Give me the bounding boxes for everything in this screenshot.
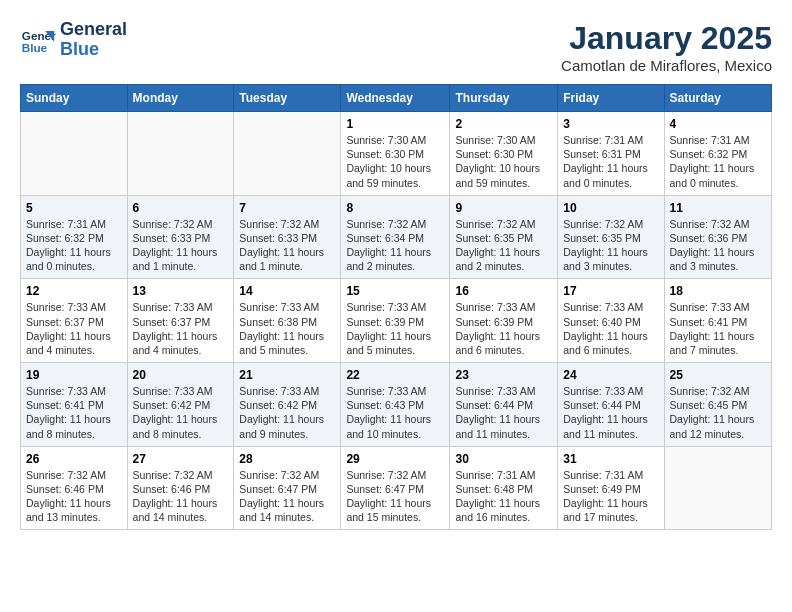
title-block: January 2025 Camotlan de Miraflores, Mex… (561, 20, 772, 74)
day-number: 7 (239, 201, 335, 215)
calendar-week-1: 1Sunrise: 7:30 AM Sunset: 6:30 PM Daylig… (21, 112, 772, 196)
day-info: Sunrise: 7:30 AM Sunset: 6:30 PM Dayligh… (455, 133, 552, 190)
day-header-saturday: Saturday (664, 85, 772, 112)
calendar-cell: 11Sunrise: 7:32 AM Sunset: 6:36 PM Dayli… (664, 195, 772, 279)
calendar-cell: 10Sunrise: 7:32 AM Sunset: 6:35 PM Dayli… (558, 195, 664, 279)
calendar-cell: 5Sunrise: 7:31 AM Sunset: 6:32 PM Daylig… (21, 195, 128, 279)
calendar-cell: 29Sunrise: 7:32 AM Sunset: 6:47 PM Dayli… (341, 446, 450, 530)
day-number: 25 (670, 368, 767, 382)
day-number: 22 (346, 368, 444, 382)
calendar-cell: 24Sunrise: 7:33 AM Sunset: 6:44 PM Dayli… (558, 363, 664, 447)
day-header-wednesday: Wednesday (341, 85, 450, 112)
calendar-cell: 4Sunrise: 7:31 AM Sunset: 6:32 PM Daylig… (664, 112, 772, 196)
calendar-cell: 13Sunrise: 7:33 AM Sunset: 6:37 PM Dayli… (127, 279, 234, 363)
day-number: 4 (670, 117, 767, 131)
logo: General Blue General Blue (20, 20, 127, 60)
calendar-cell: 8Sunrise: 7:32 AM Sunset: 6:34 PM Daylig… (341, 195, 450, 279)
logo-text: General Blue (60, 20, 127, 60)
calendar-cell: 2Sunrise: 7:30 AM Sunset: 6:30 PM Daylig… (450, 112, 558, 196)
svg-text:Blue: Blue (22, 40, 48, 53)
day-info: Sunrise: 7:33 AM Sunset: 6:39 PM Dayligh… (455, 300, 552, 357)
day-number: 1 (346, 117, 444, 131)
day-header-thursday: Thursday (450, 85, 558, 112)
day-info: Sunrise: 7:31 AM Sunset: 6:32 PM Dayligh… (670, 133, 767, 190)
day-info: Sunrise: 7:31 AM Sunset: 6:32 PM Dayligh… (26, 217, 122, 274)
calendar-cell: 17Sunrise: 7:33 AM Sunset: 6:40 PM Dayli… (558, 279, 664, 363)
calendar-cell: 9Sunrise: 7:32 AM Sunset: 6:35 PM Daylig… (450, 195, 558, 279)
calendar-week-2: 5Sunrise: 7:31 AM Sunset: 6:32 PM Daylig… (21, 195, 772, 279)
page-header: General Blue General Blue January 2025 C… (20, 20, 772, 74)
day-number: 5 (26, 201, 122, 215)
day-info: Sunrise: 7:32 AM Sunset: 6:35 PM Dayligh… (563, 217, 658, 274)
day-number: 20 (133, 368, 229, 382)
calendar-cell: 1Sunrise: 7:30 AM Sunset: 6:30 PM Daylig… (341, 112, 450, 196)
calendar-cell: 6Sunrise: 7:32 AM Sunset: 6:33 PM Daylig… (127, 195, 234, 279)
day-info: Sunrise: 7:33 AM Sunset: 6:42 PM Dayligh… (239, 384, 335, 441)
day-info: Sunrise: 7:33 AM Sunset: 6:39 PM Dayligh… (346, 300, 444, 357)
day-info: Sunrise: 7:33 AM Sunset: 6:40 PM Dayligh… (563, 300, 658, 357)
day-info: Sunrise: 7:32 AM Sunset: 6:46 PM Dayligh… (26, 468, 122, 525)
day-info: Sunrise: 7:32 AM Sunset: 6:35 PM Dayligh… (455, 217, 552, 274)
calendar-week-5: 26Sunrise: 7:32 AM Sunset: 6:46 PM Dayli… (21, 446, 772, 530)
day-number: 12 (26, 284, 122, 298)
day-info: Sunrise: 7:33 AM Sunset: 6:43 PM Dayligh… (346, 384, 444, 441)
day-number: 9 (455, 201, 552, 215)
calendar-cell: 25Sunrise: 7:32 AM Sunset: 6:45 PM Dayli… (664, 363, 772, 447)
day-info: Sunrise: 7:33 AM Sunset: 6:38 PM Dayligh… (239, 300, 335, 357)
day-number: 15 (346, 284, 444, 298)
day-header-monday: Monday (127, 85, 234, 112)
day-number: 14 (239, 284, 335, 298)
day-header-sunday: Sunday (21, 85, 128, 112)
day-number: 21 (239, 368, 335, 382)
calendar-cell (21, 112, 128, 196)
day-number: 13 (133, 284, 229, 298)
calendar-cell: 26Sunrise: 7:32 AM Sunset: 6:46 PM Dayli… (21, 446, 128, 530)
calendar-cell: 20Sunrise: 7:33 AM Sunset: 6:42 PM Dayli… (127, 363, 234, 447)
day-number: 26 (26, 452, 122, 466)
calendar-cell: 15Sunrise: 7:33 AM Sunset: 6:39 PM Dayli… (341, 279, 450, 363)
calendar-cell (664, 446, 772, 530)
day-number: 6 (133, 201, 229, 215)
day-info: Sunrise: 7:33 AM Sunset: 6:44 PM Dayligh… (455, 384, 552, 441)
calendar-week-3: 12Sunrise: 7:33 AM Sunset: 6:37 PM Dayli… (21, 279, 772, 363)
day-number: 10 (563, 201, 658, 215)
day-info: Sunrise: 7:31 AM Sunset: 6:48 PM Dayligh… (455, 468, 552, 525)
day-number: 31 (563, 452, 658, 466)
calendar-cell: 3Sunrise: 7:31 AM Sunset: 6:31 PM Daylig… (558, 112, 664, 196)
day-number: 27 (133, 452, 229, 466)
calendar-cell (127, 112, 234, 196)
calendar-week-4: 19Sunrise: 7:33 AM Sunset: 6:41 PM Dayli… (21, 363, 772, 447)
day-number: 11 (670, 201, 767, 215)
location: Camotlan de Miraflores, Mexico (561, 57, 772, 74)
day-info: Sunrise: 7:33 AM Sunset: 6:41 PM Dayligh… (670, 300, 767, 357)
day-number: 23 (455, 368, 552, 382)
day-number: 19 (26, 368, 122, 382)
day-info: Sunrise: 7:30 AM Sunset: 6:30 PM Dayligh… (346, 133, 444, 190)
day-number: 2 (455, 117, 552, 131)
logo-icon: General Blue (20, 22, 56, 58)
day-number: 18 (670, 284, 767, 298)
calendar-table: SundayMondayTuesdayWednesdayThursdayFrid… (20, 84, 772, 530)
calendar-cell: 28Sunrise: 7:32 AM Sunset: 6:47 PM Dayli… (234, 446, 341, 530)
calendar-cell: 22Sunrise: 7:33 AM Sunset: 6:43 PM Dayli… (341, 363, 450, 447)
day-info: Sunrise: 7:33 AM Sunset: 6:37 PM Dayligh… (133, 300, 229, 357)
day-info: Sunrise: 7:32 AM Sunset: 6:33 PM Dayligh… (133, 217, 229, 274)
day-number: 16 (455, 284, 552, 298)
day-info: Sunrise: 7:32 AM Sunset: 6:47 PM Dayligh… (346, 468, 444, 525)
calendar-cell (234, 112, 341, 196)
day-info: Sunrise: 7:33 AM Sunset: 6:44 PM Dayligh… (563, 384, 658, 441)
day-number: 24 (563, 368, 658, 382)
day-info: Sunrise: 7:31 AM Sunset: 6:31 PM Dayligh… (563, 133, 658, 190)
day-info: Sunrise: 7:33 AM Sunset: 6:42 PM Dayligh… (133, 384, 229, 441)
day-info: Sunrise: 7:33 AM Sunset: 6:37 PM Dayligh… (26, 300, 122, 357)
calendar-cell: 7Sunrise: 7:32 AM Sunset: 6:33 PM Daylig… (234, 195, 341, 279)
calendar-cell: 18Sunrise: 7:33 AM Sunset: 6:41 PM Dayli… (664, 279, 772, 363)
calendar-cell: 23Sunrise: 7:33 AM Sunset: 6:44 PM Dayli… (450, 363, 558, 447)
day-header-tuesday: Tuesday (234, 85, 341, 112)
calendar-cell: 16Sunrise: 7:33 AM Sunset: 6:39 PM Dayli… (450, 279, 558, 363)
calendar-cell: 12Sunrise: 7:33 AM Sunset: 6:37 PM Dayli… (21, 279, 128, 363)
days-header-row: SundayMondayTuesdayWednesdayThursdayFrid… (21, 85, 772, 112)
calendar-cell: 19Sunrise: 7:33 AM Sunset: 6:41 PM Dayli… (21, 363, 128, 447)
day-number: 30 (455, 452, 552, 466)
day-info: Sunrise: 7:32 AM Sunset: 6:33 PM Dayligh… (239, 217, 335, 274)
